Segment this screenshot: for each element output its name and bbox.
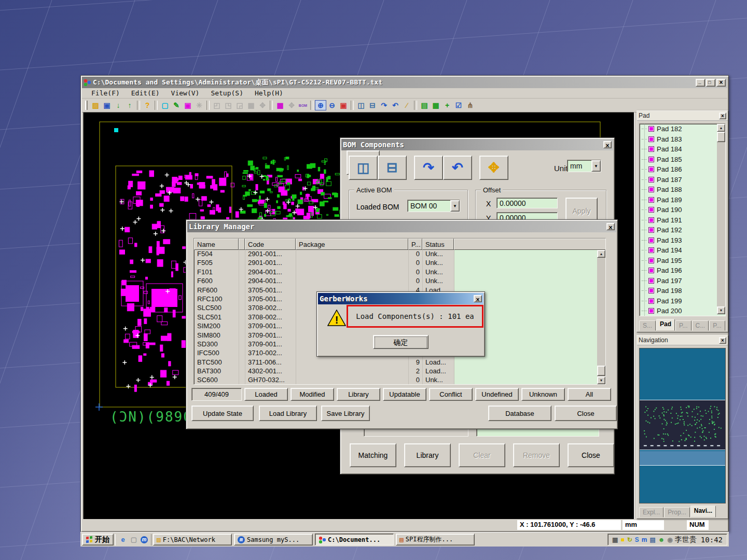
- import-icon[interactable]: ↓: [113, 100, 124, 110]
- pad-list-item[interactable]: Pad 189: [640, 195, 725, 205]
- tab-nav-1[interactable]: Prop...: [664, 507, 689, 517]
- pad-list-item[interactable]: Pad 198: [640, 286, 725, 296]
- fit-view-icon[interactable]: ▣: [338, 100, 349, 110]
- split-vertical-button[interactable]: ◫: [349, 156, 378, 180]
- pad-list-item[interactable]: Pad 197: [640, 276, 725, 286]
- window-icon[interactable]: ▢: [130, 536, 138, 544]
- grid-check-icon[interactable]: ☑: [453, 100, 464, 110]
- move-button[interactable]: ✥: [479, 156, 508, 180]
- pad-list-item[interactable]: Pad 190: [640, 205, 725, 215]
- split-horizontal-button[interactable]: ⊟: [378, 156, 407, 180]
- rotate-ccw-button[interactable]: ↶: [443, 156, 472, 180]
- column-header-code[interactable]: Code: [245, 239, 296, 250]
- offset-x-field[interactable]: 0.00000: [496, 198, 558, 208]
- zoom-out-icon[interactable]: ⊖: [326, 100, 338, 110]
- pad-list-item[interactable]: Pad 188: [640, 185, 725, 195]
- select-area-icon[interactable]: ▢: [159, 100, 171, 110]
- message-box-titlebar[interactable]: GerberWorks: [318, 293, 483, 304]
- msn-icon[interactable]: m: [141, 536, 148, 543]
- rotate-cw-icon[interactable]: ↷: [378, 100, 390, 110]
- library-row[interactable]: SC600GH70-032...0Unk...: [195, 376, 597, 384]
- tray-clock[interactable]: 10:42: [701, 536, 723, 544]
- column-header-package[interactable]: Package: [296, 239, 408, 250]
- pad-list-scrollbar[interactable]: [717, 124, 725, 314]
- close-button[interactable]: Close: [555, 405, 617, 421]
- grid-icon[interactable]: ▦: [430, 100, 441, 110]
- pad-list-item[interactable]: Pad 194: [640, 245, 725, 256]
- ok-button[interactable]: 确定: [373, 335, 428, 349]
- library-table-scrollbar[interactable]: [597, 250, 605, 384]
- navigation-preview[interactable]: [639, 348, 726, 503]
- help-icon[interactable]: ?: [142, 100, 153, 110]
- column-header-name[interactable]: Name: [194, 239, 239, 250]
- library-row[interactable]: F1012904-001...0Unk...: [195, 268, 597, 277]
- filter-updatable-button[interactable]: Updatable: [383, 388, 426, 401]
- message-box-close-icon[interactable]: [474, 295, 482, 302]
- library-manager-close-icon[interactable]: [606, 223, 615, 230]
- export-icon[interactable]: ↑: [124, 100, 135, 110]
- tab-pad-3[interactable]: C...: [692, 320, 709, 331]
- rotate-cw-button[interactable]: ↷: [414, 156, 443, 180]
- taskbar-task[interactable]: C:\Document...: [315, 534, 394, 545]
- pad-list-item[interactable]: Pad 193: [640, 235, 725, 246]
- keyboard-icon[interactable]: ▦: [612, 537, 618, 543]
- save-icon[interactable]: ▣: [101, 100, 113, 110]
- library-row[interactable]: BAT3004302-001...2Load...: [195, 367, 597, 376]
- matching-button[interactable]: Matching: [350, 443, 396, 467]
- database-card-icon[interactable]: ▤: [419, 100, 430, 110]
- library-manager-titlebar[interactable]: Library Manager: [187, 221, 616, 232]
- volume-icon[interactable]: ◉: [667, 537, 672, 543]
- scroll-down-icon[interactable]: [717, 306, 725, 314]
- tab-nav-2[interactable]: Navi...: [690, 506, 716, 517]
- tab-pad-2[interactable]: P...: [675, 320, 691, 331]
- rotate-ccw-icon[interactable]: ↶: [390, 100, 401, 110]
- library-row[interactable]: F6002904-001...0Unk...: [195, 277, 597, 286]
- close-button[interactable]: Close: [568, 443, 614, 467]
- scroll-up-icon[interactable]: [717, 124, 725, 132]
- filter-loaded-button[interactable]: Loaded: [244, 388, 288, 401]
- pad-list-item[interactable]: Pad 200: [640, 306, 725, 316]
- loaded-bom-combobox[interactable]: BOM 00: [407, 200, 460, 212]
- taskbar-task[interactable]: mSamsung myS...: [234, 534, 313, 545]
- tab-pad-4[interactable]: P...: [709, 320, 725, 331]
- pad-list-item[interactable]: Pad 191: [640, 215, 725, 226]
- library-button[interactable]: Library: [404, 443, 451, 467]
- edit-pen-icon[interactable]: ✎: [171, 100, 182, 110]
- split-vertical-icon[interactable]: ◫: [355, 100, 367, 110]
- bom-dialog-titlebar[interactable]: BOM Components: [341, 139, 613, 150]
- column-header-blank[interactable]: [239, 239, 245, 250]
- menu-file[interactable]: File(F): [87, 89, 124, 97]
- save-library-button[interactable]: Save Library: [321, 405, 370, 421]
- tab-nav-0[interactable]: Expl...: [639, 507, 663, 517]
- pad-list-item[interactable]: Pad 196: [640, 265, 725, 276]
- zoom-in-icon[interactable]: ⊕: [315, 100, 326, 110]
- navigation-panel-titlebar[interactable]: Navigation: [637, 335, 728, 345]
- chevron-down-icon[interactable]: [450, 200, 460, 212]
- taskbar-task[interactable]: ▨F:\BAC\Network: [153, 534, 232, 545]
- filter-undefined-button[interactable]: Undefined: [475, 388, 519, 401]
- filter-conflict-button[interactable]: Conflict: [429, 388, 473, 401]
- bom-icon[interactable]: BOM: [297, 100, 309, 110]
- column-header-status[interactable]: Status: [422, 239, 454, 250]
- ruler-icon[interactable]: ∕: [401, 100, 412, 110]
- menu-help[interactable]: Help(H): [251, 89, 287, 97]
- pad-list-item[interactable]: Pad 192: [640, 225, 725, 235]
- scroll-up-icon[interactable]: [597, 250, 605, 258]
- update-state-button[interactable]: Update State: [191, 405, 254, 421]
- network-icon[interactable]: ▤: [649, 537, 655, 543]
- filter-all-button[interactable]: All: [568, 388, 611, 401]
- user-icon[interactable]: ☻: [658, 537, 665, 543]
- pad-list-item[interactable]: Pad 187: [640, 175, 725, 185]
- pad-list-item[interactable]: Pad 184: [640, 144, 725, 155]
- pad-list-item[interactable]: Pad 199: [640, 296, 725, 306]
- chevron-down-icon[interactable]: [591, 160, 601, 172]
- start-button[interactable]: 开始: [82, 534, 114, 545]
- column-header-p[interactable]: P...: [408, 239, 422, 250]
- sync-icon[interactable]: ↻: [627, 537, 632, 543]
- tab-pad-0[interactable]: S...: [639, 320, 656, 331]
- scroll-down-icon[interactable]: [597, 376, 605, 384]
- menu-view[interactable]: View(V): [167, 89, 204, 97]
- menu-edit[interactable]: Edit(E): [127, 89, 164, 97]
- library-row[interactable]: BTC5003711-006...9Load...: [195, 358, 597, 367]
- clear-button[interactable]: Clear: [459, 443, 505, 467]
